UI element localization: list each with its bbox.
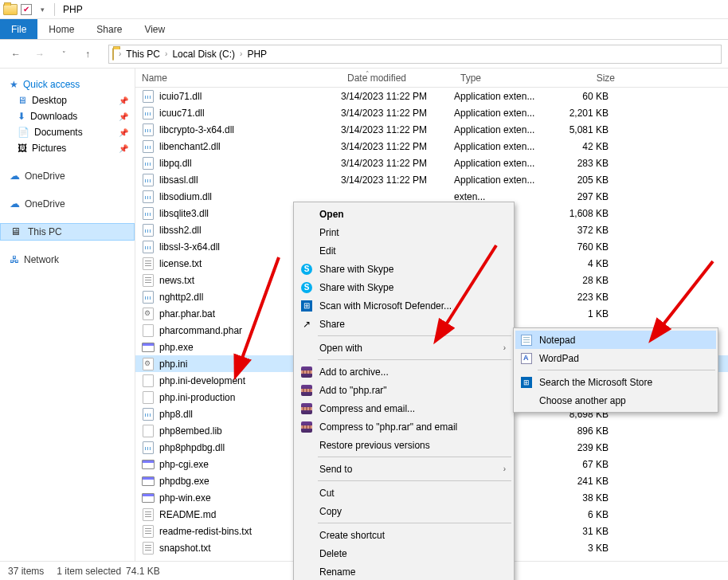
context-menu: Open Print Edit SShare with Skype SShare… bbox=[293, 202, 515, 580]
file-row[interactable]: libpq.dll3/14/2023 11:22 PMApplication e… bbox=[135, 155, 728, 171]
crumb-drive[interactable]: Local Disk (C:) bbox=[169, 49, 238, 60]
recent-dropdown[interactable]: ˅ bbox=[54, 45, 73, 64]
file-size: 31 KB bbox=[551, 526, 621, 537]
up-button[interactable]: ↑ bbox=[78, 45, 97, 64]
sidebar-label: Pictures bbox=[32, 143, 66, 154]
col-type[interactable]: Type bbox=[454, 72, 551, 84]
separator bbox=[318, 480, 511, 481]
menu-share[interactable]: Share bbox=[296, 315, 512, 333]
menu-cut[interactable]: Cut bbox=[296, 484, 512, 502]
file-row[interactable]: libsasl.dll3/14/2023 11:22 PMApplication… bbox=[135, 171, 728, 188]
file-name: php-win.exe bbox=[159, 492, 211, 504]
status-size: 74.1 KB bbox=[126, 566, 160, 577]
cloud-icon bbox=[10, 198, 20, 210]
menu-share-skype[interactable]: SShare with Skype bbox=[296, 260, 512, 278]
menu-print[interactable]: Print bbox=[296, 223, 512, 241]
defender-icon: ⊞ bbox=[300, 300, 313, 312]
file-row[interactable]: libenchant2.dll3/14/2023 11:22 PMApplica… bbox=[135, 138, 728, 155]
file-name: php8embed.lib bbox=[159, 425, 222, 437]
file-row[interactable]: icuuc71.dll3/14/2023 11:22 PMApplication… bbox=[135, 104, 728, 121]
file-name: libenchant2.dll bbox=[159, 141, 221, 152]
breadcrumb[interactable]: › This PC › Local Disk (C:) › PHP bbox=[108, 45, 722, 64]
forward-button[interactable]: → bbox=[30, 45, 49, 64]
navbar: ← → ˅ ↑ › This PC › Local Disk (C:) › PH… bbox=[0, 40, 728, 69]
file-date: 3/14/2023 11:22 PM bbox=[341, 174, 454, 186]
menu-restore-versions[interactable]: Restore previous versions bbox=[296, 436, 512, 454]
menu-delete[interactable]: Delete bbox=[296, 544, 512, 562]
tab-home[interactable]: Home bbox=[37, 19, 85, 39]
sidebar-onedrive[interactable]: OneDrive bbox=[0, 195, 135, 212]
file-type: exten... bbox=[454, 191, 551, 202]
chevron-icon[interactable]: › bbox=[163, 49, 169, 58]
file-name: README.md bbox=[159, 509, 216, 520]
menu-edit[interactable]: Edit bbox=[296, 241, 512, 260]
sidebar-downloads[interactable]: Downloads📌 bbox=[0, 108, 135, 124]
submenu-search-store[interactable]: Search the Microsoft Store bbox=[515, 373, 716, 391]
menu-add-rar[interactable]: Add to "php.rar" bbox=[296, 381, 512, 399]
qat-properties-icon[interactable] bbox=[19, 2, 33, 17]
folder-icon bbox=[3, 2, 18, 17]
sidebar-quick-access[interactable]: Quick access bbox=[0, 76, 135, 92]
chevron-icon[interactable]: › bbox=[117, 49, 123, 58]
sidebar-desktop[interactable]: Desktop📌 bbox=[0, 92, 135, 108]
file-icon bbox=[142, 441, 155, 454]
file-name: php-cgi.exe bbox=[159, 459, 209, 470]
submenu-wordpad[interactable]: WordPad bbox=[515, 349, 716, 367]
file-icon bbox=[142, 391, 155, 404]
file-size: 5,081 KB bbox=[551, 124, 621, 135]
rar-icon bbox=[300, 384, 313, 397]
crumb-folder[interactable]: PHP bbox=[244, 49, 270, 60]
menu-share-skype[interactable]: SShare with Skype bbox=[296, 278, 512, 296]
sidebar-pictures[interactable]: Pictures📌 bbox=[0, 140, 135, 156]
file-name: nghttp2.dll bbox=[159, 292, 203, 303]
menu-defender[interactable]: ⊞Scan with Microsoft Defender... bbox=[296, 296, 512, 315]
chevron-icon[interactable]: › bbox=[238, 49, 244, 58]
menu-add-archive[interactable]: Add to archive... bbox=[296, 362, 512, 381]
file-icon bbox=[142, 425, 155, 437]
file-icon bbox=[142, 123, 155, 136]
sidebar-network[interactable]: Network bbox=[0, 252, 135, 268]
rar-icon bbox=[300, 421, 313, 433]
sidebar-onedrive[interactable]: OneDrive bbox=[0, 167, 135, 184]
star-icon bbox=[10, 79, 18, 90]
file-name: phar.phar.bat bbox=[159, 308, 215, 319]
file-name: libsasl.dll bbox=[159, 174, 198, 186]
file-icon bbox=[142, 224, 155, 237]
tab-share[interactable]: Share bbox=[85, 19, 133, 39]
file-row[interactable]: icuio71.dll3/14/2023 11:22 PMApplication… bbox=[135, 88, 728, 104]
tab-view[interactable]: View bbox=[133, 19, 176, 39]
back-button[interactable]: ← bbox=[6, 45, 25, 64]
column-headers: Name ˄ Date modified Type Size bbox=[135, 69, 728, 88]
col-size[interactable]: Size bbox=[551, 72, 621, 84]
crumb-thispc[interactable]: This PC bbox=[123, 49, 163, 60]
file-name: libsqlite3.dll bbox=[159, 208, 209, 219]
sidebar-thispc[interactable]: This PC bbox=[0, 223, 135, 241]
file-name: icuio71.dll bbox=[159, 91, 202, 102]
pin-icon: 📌 bbox=[119, 144, 128, 153]
sidebar-label: Downloads bbox=[30, 111, 77, 122]
chevron-right-icon: › bbox=[503, 343, 506, 352]
menu-open-with[interactable]: Open with› bbox=[296, 339, 512, 357]
menu-compress-rar-email[interactable]: Compress to "php.rar" and email bbox=[296, 417, 512, 436]
tab-file[interactable]: File bbox=[0, 19, 37, 39]
sidebar-documents[interactable]: Documents📌 bbox=[0, 124, 135, 140]
qat-dropdown-icon[interactable]: ▾ bbox=[35, 2, 49, 17]
submenu-notepad[interactable]: Notepad bbox=[515, 331, 716, 349]
menu-send-to[interactable]: Send to› bbox=[296, 460, 512, 478]
menu-copy[interactable]: Copy bbox=[296, 502, 512, 520]
file-name: libcrypto-3-x64.dll bbox=[159, 124, 234, 135]
col-date[interactable]: Date modified bbox=[341, 72, 454, 84]
sidebar-label: OneDrive bbox=[25, 198, 65, 210]
file-name: phpdbg.exe bbox=[159, 476, 209, 487]
file-size: 6 KB bbox=[551, 509, 621, 520]
menu-rename[interactable]: Rename bbox=[296, 562, 512, 580]
file-row[interactable]: libcrypto-3-x64.dll3/14/2023 11:22 PMApp… bbox=[135, 121, 728, 138]
col-name[interactable]: Name bbox=[135, 72, 341, 84]
file-name: libssh2.dll bbox=[159, 225, 202, 236]
file-icon bbox=[142, 157, 155, 170]
menu-create-shortcut[interactable]: Create shortcut bbox=[296, 526, 512, 544]
file-name: news.txt bbox=[159, 275, 194, 286]
submenu-choose-app[interactable]: Choose another app bbox=[515, 391, 716, 410]
menu-open[interactable]: Open bbox=[296, 205, 512, 223]
menu-compress-email[interactable]: Compress and email... bbox=[296, 399, 512, 417]
